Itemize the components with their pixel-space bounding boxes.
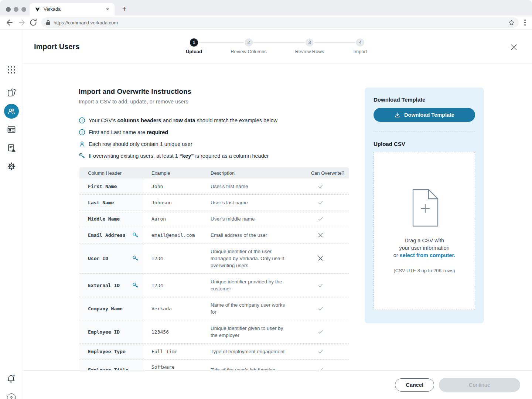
cell-overwrite bbox=[292, 178, 349, 194]
cell-description: Unique identifier given to user by the e… bbox=[203, 320, 292, 343]
cell-header: Employee Type bbox=[79, 344, 144, 359]
step-number: 3 bbox=[306, 38, 314, 47]
cell-example: Aaron bbox=[144, 211, 203, 227]
app-sidebar: ? VD bbox=[0, 30, 23, 399]
instruction-item: Your CSV’s columns headers and row data … bbox=[79, 115, 277, 126]
check-icon bbox=[317, 367, 324, 371]
step-number: 1 bbox=[190, 38, 198, 47]
dropzone-note: (CSV UTF-8 up to 20K rows) bbox=[393, 268, 455, 273]
cell-header: Employee Title bbox=[79, 360, 144, 370]
url-bar[interactable]: https://command.verkada.com bbox=[41, 17, 519, 28]
csv-dropzone[interactable]: Drag a CSV with your user information or… bbox=[374, 152, 475, 310]
badges-icon[interactable] bbox=[7, 88, 16, 98]
instruction-text: Your CSV’s columns headers and row data … bbox=[89, 117, 277, 123]
instruction-item: Each row should only contain 1 unique us… bbox=[79, 138, 277, 150]
cell-description: Email address of the user bbox=[203, 227, 292, 243]
key-icon bbox=[132, 282, 139, 289]
col-can-overwrite: Can Overwrite? bbox=[292, 170, 349, 176]
info-icon bbox=[79, 129, 85, 136]
table-row: Employee Title Software Engineer Title o… bbox=[79, 360, 349, 370]
table-row: Company Name Verkada Name of the company… bbox=[79, 297, 349, 320]
dropzone-text: Drag a CSV with your user information or… bbox=[393, 237, 456, 259]
table-row: Email Address email@email.com Email addr… bbox=[79, 227, 349, 243]
reload-icon[interactable] bbox=[29, 18, 38, 27]
x-icon bbox=[318, 256, 323, 261]
cell-overwrite bbox=[292, 360, 349, 370]
col-example: Example bbox=[144, 170, 203, 176]
back-icon[interactable] bbox=[5, 18, 14, 27]
notifications-bell-icon[interactable] bbox=[6, 374, 17, 385]
cell-example: Full Time bbox=[144, 344, 203, 359]
cell-description: User’s last name bbox=[203, 195, 292, 211]
instruction-item: First and Last name are required bbox=[79, 126, 277, 138]
cell-example: 123456 bbox=[144, 320, 203, 343]
cell-example: 1234 bbox=[144, 274, 203, 297]
browser-tabstrip: Verkada ✕ + bbox=[0, 0, 532, 16]
cell-example: John bbox=[144, 178, 203, 194]
cell-overwrite bbox=[292, 320, 349, 343]
browser-menu-icon[interactable] bbox=[522, 18, 528, 27]
template-panel: Download Template Download Template Uplo… bbox=[365, 88, 484, 323]
settings-gear-icon[interactable] bbox=[7, 161, 16, 171]
columns-table: Column Header Example Description Can Ov… bbox=[79, 167, 349, 370]
help-icon[interactable]: ? bbox=[7, 393, 16, 399]
select-from-computer-link[interactable]: select from computer. bbox=[400, 252, 456, 258]
cell-description: User’s first name bbox=[203, 178, 292, 194]
apps-grid-icon[interactable] bbox=[7, 65, 16, 75]
cancel-button[interactable]: Cancel bbox=[395, 378, 434, 392]
window-zoom-button[interactable] bbox=[21, 7, 26, 12]
download-icon bbox=[394, 112, 400, 118]
cell-description: Name of the company user works for bbox=[203, 297, 292, 320]
check-icon bbox=[317, 216, 324, 222]
verkada-favicon bbox=[35, 7, 40, 12]
table-row: Middle Name Aaron User’s middle name bbox=[79, 211, 349, 227]
cell-description: Title of the user’s job function bbox=[203, 360, 292, 370]
continue-button[interactable]: Continue bbox=[439, 378, 520, 392]
cell-overwrite bbox=[292, 195, 349, 211]
cell-overwrite bbox=[292, 297, 349, 320]
page-title: Import Users bbox=[34, 42, 79, 51]
cell-header: Email Address bbox=[79, 227, 144, 243]
stepper-step[interactable]: 3 Review Rows bbox=[295, 38, 324, 54]
check-icon bbox=[317, 282, 324, 289]
close-icon[interactable] bbox=[510, 43, 518, 51]
lock-icon bbox=[46, 20, 51, 25]
user-icon bbox=[79, 141, 85, 147]
check-icon bbox=[317, 306, 324, 312]
cell-example: Software Engineer bbox=[144, 360, 203, 370]
cell-example: Johnson bbox=[144, 195, 203, 211]
check-icon bbox=[317, 183, 324, 190]
cell-header: External ID bbox=[79, 274, 144, 297]
check-icon bbox=[317, 200, 324, 206]
key-icon bbox=[132, 255, 139, 262]
bookmark-star-icon[interactable] bbox=[508, 19, 515, 26]
instructions-list: Your CSV’s columns headers and row data … bbox=[79, 115, 277, 162]
sidebar-item-users[interactable] bbox=[4, 104, 19, 119]
calendar-icon[interactable] bbox=[7, 125, 16, 134]
step-label: Review Rows bbox=[295, 49, 324, 54]
new-tab-button[interactable]: + bbox=[119, 4, 130, 15]
url-text: https://command.verkada.com bbox=[54, 20, 508, 25]
file-add-icon bbox=[410, 189, 439, 227]
cell-description: Type of employment engagement bbox=[203, 344, 292, 359]
cell-header: Last Name bbox=[79, 195, 144, 211]
key-icon bbox=[132, 232, 139, 238]
table-row: Employee Type Full Time Type of employme… bbox=[79, 344, 349, 360]
cell-header: Company Name bbox=[79, 297, 144, 320]
window-close-button[interactable] bbox=[6, 7, 11, 12]
cell-overwrite bbox=[292, 274, 349, 297]
browser-tab[interactable]: Verkada ✕ bbox=[30, 3, 115, 16]
cell-overwrite bbox=[292, 227, 349, 243]
instructions-title: Import and Overwrite Instructions bbox=[79, 88, 191, 96]
tab-close-icon[interactable]: ✕ bbox=[104, 6, 111, 13]
cell-description: Unique identifier of the user managed by… bbox=[203, 243, 292, 273]
download-template-button[interactable]: Download Template bbox=[374, 108, 475, 122]
stepper-step[interactable]: 1 Upload bbox=[186, 38, 202, 54]
forward-icon[interactable] bbox=[17, 18, 26, 27]
stepper-step[interactable]: 2 Review Columns bbox=[231, 38, 267, 54]
panel-divider bbox=[374, 132, 475, 132]
cell-header: Employee ID bbox=[79, 320, 144, 343]
window-minimize-button[interactable] bbox=[14, 7, 18, 12]
stepper-step[interactable]: 4 Import bbox=[354, 38, 367, 54]
report-icon[interactable] bbox=[7, 143, 16, 153]
